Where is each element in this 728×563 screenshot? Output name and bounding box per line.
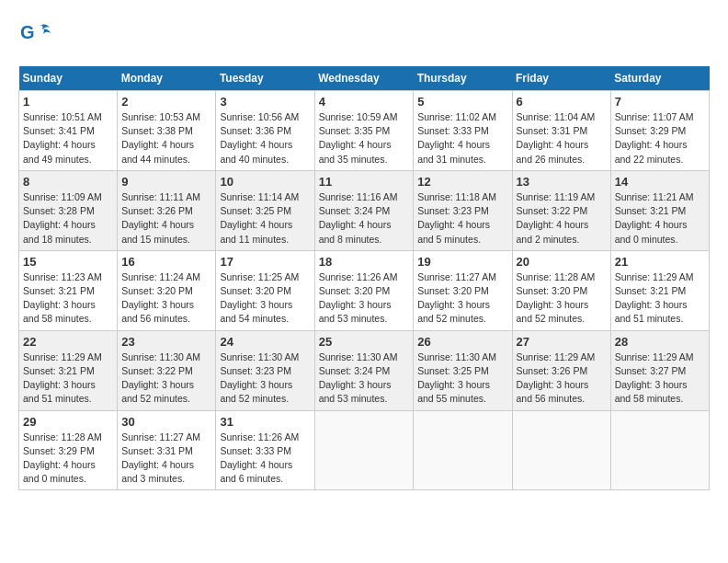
day-info: Sunrise: 11:26 AMSunset: 3:33 PMDaylight…	[220, 431, 299, 485]
day-number: 10	[220, 175, 310, 189]
calendar-day-cell: 16 Sunrise: 11:24 AMSunset: 3:20 PMDayli…	[118, 250, 216, 330]
calendar-day-cell: 4 Sunrise: 10:59 AMSunset: 3:35 PMDaylig…	[314, 91, 414, 171]
day-number: 26	[417, 335, 507, 349]
day-info: Sunrise: 11:28 AMSunset: 3:20 PMDaylight…	[517, 271, 596, 325]
day-number: 14	[615, 175, 705, 189]
day-info: Sunrise: 11:26 AMSunset: 3:20 PMDaylight…	[319, 271, 398, 325]
weekday-header-thursday: Thursday	[414, 66, 512, 91]
calendar-day-cell: 11 Sunrise: 11:16 AMSunset: 3:24 PMDayli…	[314, 170, 414, 250]
calendar-day-cell: 20 Sunrise: 11:28 AMSunset: 3:20 PMDayli…	[512, 250, 610, 330]
day-info: Sunrise: 11:18 AMSunset: 3:23 PMDaylight…	[417, 191, 496, 245]
calendar-header-row: SundayMondayTuesdayWednesdayThursdayFrid…	[19, 66, 710, 91]
calendar-week-5: 29 Sunrise: 11:28 AMSunset: 3:29 PMDayli…	[19, 410, 710, 490]
calendar-week-4: 22 Sunrise: 11:29 AMSunset: 3:21 PMDayli…	[19, 330, 710, 410]
calendar-day-cell: 14 Sunrise: 11:21 AMSunset: 3:21 PMDayli…	[610, 170, 709, 250]
weekday-header-saturday: Saturday	[610, 66, 709, 91]
day-info: Sunrise: 11:30 AMSunset: 3:24 PMDaylight…	[319, 351, 398, 405]
weekday-header-tuesday: Tuesday	[216, 66, 314, 91]
day-info: Sunrise: 11:09 AMSunset: 3:28 PMDaylight…	[23, 191, 102, 245]
weekday-header-sunday: Sunday	[19, 66, 118, 91]
calendar-empty-cell	[512, 410, 610, 490]
day-info: Sunrise: 11:25 AMSunset: 3:20 PMDaylight…	[220, 271, 299, 325]
day-number: 2	[121, 95, 211, 109]
calendar-day-cell: 27 Sunrise: 11:29 AMSunset: 3:26 PMDayli…	[512, 330, 610, 410]
calendar-day-cell: 29 Sunrise: 11:28 AMSunset: 3:29 PMDayli…	[19, 410, 118, 490]
day-info: Sunrise: 11:28 AMSunset: 3:29 PMDaylight…	[23, 431, 102, 485]
day-number: 24	[220, 335, 310, 349]
day-info: Sunrise: 10:56 AMSunset: 3:36 PMDaylight…	[220, 111, 299, 165]
calendar-day-cell: 5 Sunrise: 11:02 AMSunset: 3:33 PMDaylig…	[414, 91, 512, 171]
day-number: 30	[121, 415, 211, 429]
day-info: Sunrise: 11:29 AMSunset: 3:21 PMDaylight…	[23, 351, 102, 405]
day-number: 21	[615, 255, 705, 269]
calendar-day-cell: 2 Sunrise: 10:53 AMSunset: 3:38 PMDaylig…	[118, 91, 216, 171]
page-header: G	[18, 18, 710, 52]
day-number: 17	[220, 255, 310, 269]
day-number: 1	[23, 95, 113, 109]
day-info: Sunrise: 11:14 AMSunset: 3:25 PMDaylight…	[220, 191, 299, 245]
day-info: Sunrise: 11:30 AMSunset: 3:23 PMDaylight…	[220, 351, 299, 405]
day-info: Sunrise: 11:21 AMSunset: 3:21 PMDaylight…	[615, 191, 694, 245]
calendar-day-cell: 3 Sunrise: 10:56 AMSunset: 3:36 PMDaylig…	[216, 91, 314, 171]
day-info: Sunrise: 10:59 AMSunset: 3:35 PMDaylight…	[319, 111, 398, 165]
logo: G	[18, 18, 53, 52]
weekday-header-monday: Monday	[118, 66, 216, 91]
calendar-body: 1 Sunrise: 10:51 AMSunset: 3:41 PMDaylig…	[19, 91, 710, 490]
day-info: Sunrise: 11:23 AMSunset: 3:21 PMDaylight…	[23, 271, 102, 325]
calendar-day-cell: 26 Sunrise: 11:30 AMSunset: 3:25 PMDayli…	[414, 330, 512, 410]
day-info: Sunrise: 11:11 AMSunset: 3:26 PMDaylight…	[121, 191, 200, 245]
logo-icon: G	[18, 18, 51, 52]
day-info: Sunrise: 11:27 AMSunset: 3:20 PMDaylight…	[417, 271, 496, 325]
day-info: Sunrise: 11:29 AMSunset: 3:21 PMDaylight…	[615, 271, 694, 325]
day-number: 23	[121, 335, 211, 349]
day-number: 28	[615, 335, 705, 349]
calendar-week-1: 1 Sunrise: 10:51 AMSunset: 3:41 PMDaylig…	[19, 91, 710, 171]
calendar-day-cell: 15 Sunrise: 11:23 AMSunset: 3:21 PMDayli…	[19, 250, 118, 330]
day-info: Sunrise: 11:27 AMSunset: 3:31 PMDaylight…	[121, 431, 200, 485]
day-number: 9	[121, 175, 211, 189]
calendar-day-cell: 25 Sunrise: 11:30 AMSunset: 3:24 PMDayli…	[314, 330, 414, 410]
day-number: 11	[319, 175, 410, 189]
day-info: Sunrise: 11:07 AMSunset: 3:29 PMDaylight…	[615, 111, 694, 165]
weekday-header-wednesday: Wednesday	[314, 66, 414, 91]
calendar-day-cell: 12 Sunrise: 11:18 AMSunset: 3:23 PMDayli…	[414, 170, 512, 250]
day-number: 3	[220, 95, 310, 109]
day-number: 5	[417, 95, 507, 109]
day-info: Sunrise: 11:04 AMSunset: 3:31 PMDaylight…	[517, 111, 596, 165]
calendar-day-cell: 17 Sunrise: 11:25 AMSunset: 3:20 PMDayli…	[216, 250, 314, 330]
day-number: 19	[417, 255, 507, 269]
calendar-table: SundayMondayTuesdayWednesdayThursdayFrid…	[18, 66, 710, 490]
calendar-empty-cell	[610, 410, 709, 490]
calendar-day-cell: 22 Sunrise: 11:29 AMSunset: 3:21 PMDayli…	[19, 330, 118, 410]
day-info: Sunrise: 11:30 AMSunset: 3:25 PMDaylight…	[417, 351, 496, 405]
day-number: 20	[517, 255, 607, 269]
calendar-day-cell: 9 Sunrise: 11:11 AMSunset: 3:26 PMDaylig…	[118, 170, 216, 250]
day-number: 27	[517, 335, 607, 349]
calendar-day-cell: 19 Sunrise: 11:27 AMSunset: 3:20 PMDayli…	[414, 250, 512, 330]
calendar-day-cell: 7 Sunrise: 11:07 AMSunset: 3:29 PMDaylig…	[610, 91, 709, 171]
day-info: Sunrise: 10:53 AMSunset: 3:38 PMDaylight…	[121, 111, 200, 165]
day-number: 13	[517, 175, 607, 189]
day-number: 18	[319, 255, 410, 269]
day-number: 16	[121, 255, 211, 269]
calendar-day-cell: 28 Sunrise: 11:29 AMSunset: 3:27 PMDayli…	[610, 330, 709, 410]
calendar-day-cell: 31 Sunrise: 11:26 AMSunset: 3:33 PMDayli…	[216, 410, 314, 490]
calendar-day-cell: 24 Sunrise: 11:30 AMSunset: 3:23 PMDayli…	[216, 330, 314, 410]
day-info: Sunrise: 10:51 AMSunset: 3:41 PMDaylight…	[23, 111, 102, 165]
calendar-day-cell: 10 Sunrise: 11:14 AMSunset: 3:25 PMDayli…	[216, 170, 314, 250]
calendar-day-cell: 6 Sunrise: 11:04 AMSunset: 3:31 PMDaylig…	[512, 91, 610, 171]
day-number: 7	[615, 95, 705, 109]
calendar-empty-cell	[414, 410, 512, 490]
weekday-header-friday: Friday	[512, 66, 610, 91]
calendar-day-cell: 8 Sunrise: 11:09 AMSunset: 3:28 PMDaylig…	[19, 170, 118, 250]
svg-text:G: G	[20, 22, 35, 42]
day-info: Sunrise: 11:24 AMSunset: 3:20 PMDaylight…	[121, 271, 200, 325]
day-number: 31	[220, 415, 310, 429]
day-number: 6	[517, 95, 607, 109]
day-number: 12	[417, 175, 507, 189]
day-info: Sunrise: 11:29 AMSunset: 3:27 PMDaylight…	[615, 351, 694, 405]
calendar-week-2: 8 Sunrise: 11:09 AMSunset: 3:28 PMDaylig…	[19, 170, 710, 250]
day-number: 29	[23, 415, 113, 429]
calendar-day-cell: 21 Sunrise: 11:29 AMSunset: 3:21 PMDayli…	[610, 250, 709, 330]
day-number: 4	[319, 95, 410, 109]
